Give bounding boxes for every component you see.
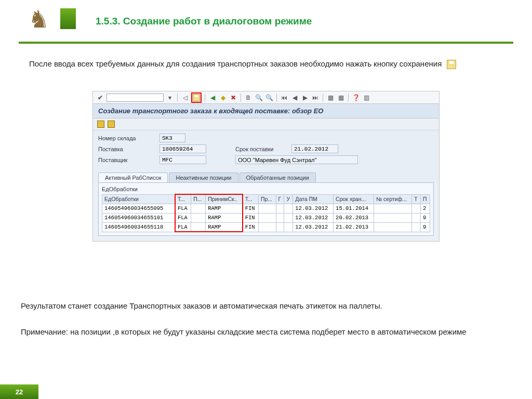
- prev-page-icon[interactable]: ◀: [290, 94, 299, 102]
- accent-block: [60, 8, 76, 29]
- print-icon[interactable]: 🗎: [244, 94, 252, 102]
- col-exp: Срок хран...: [334, 194, 374, 204]
- delivery-field[interactable]: 180659264: [159, 144, 206, 153]
- new-session-icon[interactable]: ▦: [326, 94, 335, 102]
- col-t1: Т...: [175, 194, 191, 204]
- divider: [19, 42, 513, 44]
- note-text: Примечание: на позиции ,в которых не буд…: [21, 326, 503, 338]
- dropdown-icon[interactable]: ▾: [166, 94, 174, 102]
- sap-screen-title: Создание транспортного заказа к входящей…: [93, 104, 439, 118]
- vendor-label: Поставщик: [98, 157, 155, 163]
- intro-text: После ввода всех требуемых данных для со…: [29, 58, 503, 70]
- tabstrip: Активный РабСписок Неактивные позиции Об…: [93, 169, 439, 182]
- command-field[interactable]: [107, 94, 164, 102]
- nav-cancel-icon[interactable]: ✖: [229, 94, 237, 102]
- col-t2: Т...: [243, 194, 259, 204]
- page-title: 1.5.3. Создание работ в диалоговом режим…: [96, 16, 312, 27]
- sap-screenshot: ✔ ▾ ◁ ◀ ◆ ✖ 🗎 🔍 🔍 ⏮ ◀ ▶ ⏭ ▦ ▦ ❓ ▥ Создан…: [92, 91, 440, 242]
- col-dest: ПринимСк..: [206, 194, 243, 204]
- table-row: 146054960034655095 FLA RAMP FIN 12.03.20…: [102, 204, 430, 213]
- table-caption: ЕдОбработки: [102, 186, 430, 192]
- col-p1: П...: [191, 194, 206, 204]
- col-t3: Т: [412, 194, 421, 204]
- save-icon: [447, 60, 456, 69]
- find-icon[interactable]: 🔍: [255, 94, 263, 102]
- tab-active-worklist[interactable]: Активный РабСписок: [98, 172, 168, 182]
- forklift-icon-1[interactable]: [97, 121, 104, 128]
- col-p2: П: [421, 194, 430, 204]
- sap-toolbar: ✔ ▾ ◁ ◀ ◆ ✖ 🗎 🔍 🔍 ⏮ ◀ ▶ ⏭ ▦ ▦ ❓ ▥: [93, 91, 439, 104]
- due-field[interactable]: 21.02.2012: [291, 144, 338, 153]
- find-next-icon[interactable]: 🔍: [265, 94, 273, 102]
- table-container: ЕдОбработки ЕдОбработки Т... П... Приним…: [98, 182, 434, 236]
- table-row: 146054960034655101 FLA RAMP FIN 12.03.20…: [102, 213, 430, 222]
- save-highlight: [191, 92, 202, 103]
- warehouse-field[interactable]: SK3: [159, 134, 185, 142]
- page-number: 22: [0, 384, 38, 399]
- tab-inactive-positions[interactable]: Неактивные позиции: [169, 172, 238, 182]
- col-pr: Пр...: [258, 194, 276, 204]
- nav-exit-icon[interactable]: ◆: [219, 94, 227, 102]
- delivery-label: Поставка: [98, 146, 155, 152]
- col-g: Г: [276, 194, 284, 204]
- vendor-name: ООО "Маревен Фуд Сэнтрал": [235, 155, 358, 164]
- table-row: 146054960034655118 FLA RAMP FIN 12.03.20…: [102, 222, 430, 232]
- col-date: Дата ПМ: [293, 194, 334, 204]
- col-u: У: [284, 194, 293, 204]
- due-label: Срок поставки: [235, 146, 287, 152]
- help-icon[interactable]: ❓: [352, 94, 360, 102]
- tab-processed-positions[interactable]: Обработанные позиции: [240, 172, 316, 182]
- intro-content: После ввода всех требуемых данных для со…: [29, 59, 442, 68]
- last-page-icon[interactable]: ⏭: [311, 94, 320, 102]
- first-page-icon[interactable]: ⏮: [280, 94, 288, 102]
- back-icon[interactable]: ◁: [181, 94, 189, 102]
- save-button-icon[interactable]: [193, 94, 200, 101]
- crest-logo: ♞: [23, 5, 54, 34]
- warehouse-label: Номер склада: [98, 135, 155, 141]
- vendor-field[interactable]: MFC: [159, 155, 206, 164]
- col-cert: № сертиф...: [374, 194, 411, 204]
- result-text: Результатом станет создание Транспортных…: [21, 300, 503, 312]
- col-hu: ЕдОбработки: [102, 194, 175, 204]
- layout-icon[interactable]: ▥: [362, 94, 370, 102]
- next-page-icon[interactable]: ▶: [301, 94, 309, 102]
- sap-subtoolbar: [93, 118, 439, 130]
- nav-back-icon[interactable]: ◀: [208, 94, 217, 102]
- shortcut-icon[interactable]: ▦: [337, 94, 345, 102]
- handling-units-table: ЕдОбработки Т... П... ПринимСк.. Т... Пр…: [102, 194, 430, 232]
- ok-icon[interactable]: ✔: [96, 94, 104, 102]
- forklift-icon-2[interactable]: [108, 121, 115, 128]
- form-area: Номер склада SK3 Поставка 180659264 Срок…: [93, 130, 439, 169]
